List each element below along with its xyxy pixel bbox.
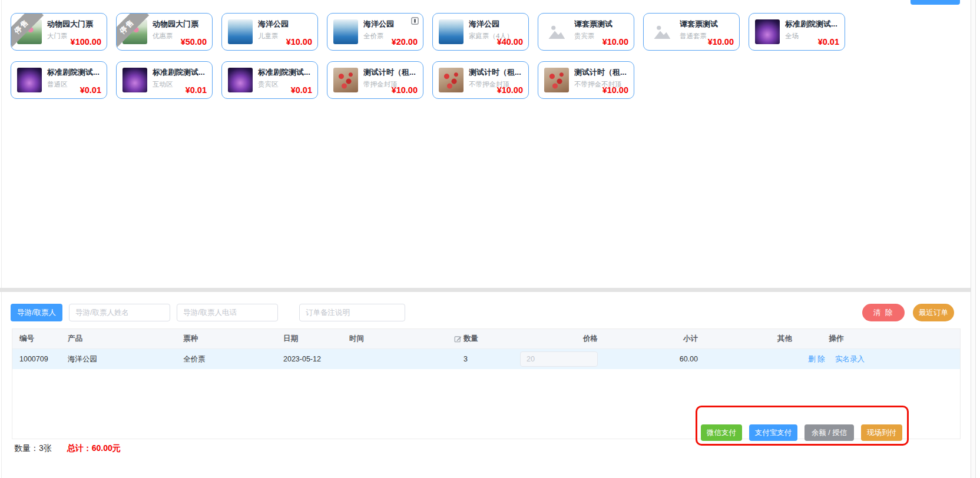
order-remark-input[interactable] <box>299 304 405 321</box>
header-ticket-type: 票种 <box>180 334 280 344</box>
product-name: 动物园大门票 <box>153 19 207 29</box>
product-price: ¥0.01 <box>291 85 312 95</box>
product-name: 标准剧院测试... <box>47 67 102 78</box>
row-date: 2023-05-12 <box>280 355 346 363</box>
summary-quantity-label: 数量： <box>14 443 39 453</box>
product-name: 测试计时（租... <box>363 67 418 78</box>
product-card[interactable]: 标准剧院测试... 全场 ¥0.01 <box>749 13 845 51</box>
scrollbar[interactable] <box>971 0 976 478</box>
product-name: 海洋公园 <box>469 19 524 29</box>
price-input[interactable] <box>520 351 598 367</box>
balance-credit-pay-button[interactable]: 余额 / 授信 <box>804 424 854 441</box>
order-summary: 数量：3张 总计：60.00元 <box>14 443 121 454</box>
product-card[interactable]: 谭套票测试 贵宾票 ¥10.00 <box>538 13 634 51</box>
product-price: ¥10.00 <box>497 85 523 95</box>
page-left-border <box>1 0 2 478</box>
product-name: 测试计时（租... <box>574 67 629 78</box>
product-price: ¥10.00 <box>392 85 418 95</box>
product-thumbnail <box>122 68 147 92</box>
product-thumbnail <box>755 19 780 44</box>
product-thumbnail <box>333 19 358 44</box>
product-card[interactable]: 测试计时（租... 不带押金不封顶 ¥10.00 <box>538 61 634 99</box>
product-card[interactable]: 测试计时（租... 带押金封顶 ¥10.00 <box>327 61 423 99</box>
section-divider <box>0 288 971 292</box>
header-id: 编号 <box>12 334 64 344</box>
top-cutoff-button[interactable] <box>911 0 960 5</box>
product-price: ¥10.00 <box>602 85 628 95</box>
product-price: ¥20.00 <box>392 37 418 47</box>
product-row: 停售 动物园大门票 大门票 ¥100.00 停售 动物园大门票 优惠票 ¥50.… <box>11 13 845 51</box>
header-quantity: 数量 <box>451 334 515 344</box>
header-subtotal: 小计 <box>598 334 698 344</box>
product-name: 海洋公园 <box>363 19 418 29</box>
summary-total-label: 总计： <box>67 443 92 453</box>
product-price: ¥0.01 <box>186 85 207 95</box>
alipay-pay-button[interactable]: 支付宝支付 <box>749 424 797 441</box>
header-other: 其他 <box>698 334 792 344</box>
product-name: 海洋公园 <box>258 19 313 29</box>
product-name: 动物园大门票 <box>47 19 102 29</box>
delete-link[interactable]: 删 除 <box>808 355 825 363</box>
product-grid: 停售 动物园大门票 大门票 ¥100.00 停售 动物园大门票 优惠票 ¥50.… <box>11 13 845 99</box>
product-name: 谭套票测试 <box>574 19 629 29</box>
row-ticket-type: 全价票 <box>180 354 280 364</box>
row-id: 1000709 <box>12 355 64 363</box>
guide-phone-input[interactable] <box>177 304 278 321</box>
summary-quantity-value: 3张 <box>39 443 52 453</box>
product-thumbnail <box>439 19 463 44</box>
header-time: 时间 <box>346 334 451 344</box>
onsite-pay-button[interactable]: 现场到付 <box>861 424 902 441</box>
product-name: 标准剧院测试... <box>258 67 313 78</box>
clear-button[interactable]: 清 除 <box>862 304 905 321</box>
cart-table: 编号 产品 票种 日期 时间 数量 价格 小计 其他 操作 1000709 海洋… <box>12 328 961 439</box>
product-thumbnail <box>333 68 358 92</box>
edit-icon <box>454 335 462 343</box>
header-date: 日期 <box>280 334 346 344</box>
product-card[interactable]: 标准剧院测试... 贵宾区 ¥0.01 <box>221 61 318 99</box>
row-subtotal: 60.00 <box>598 355 698 363</box>
product-name: 测试计时（租... <box>469 67 524 78</box>
product-card[interactable]: 停售 动物园大门票 优惠票 ¥50.00 <box>116 13 213 51</box>
summary-total-value: 60.00元 <box>92 443 121 453</box>
guide-picker-button[interactable]: 导游/取票人 <box>11 304 62 321</box>
placeholder-image-icon <box>650 19 674 44</box>
product-price: ¥0.01 <box>80 85 101 95</box>
product-price: ¥10.00 <box>602 37 628 47</box>
product-thumbnail <box>228 68 253 92</box>
table-row: 1000709 海洋公园 全价票 2023-05-12 3 60.00 删 除 … <box>12 349 960 369</box>
product-card[interactable]: 标准剧院测试... 互动区 ¥0.01 <box>116 61 213 99</box>
product-name: 标准剧院测试... <box>785 19 840 29</box>
product-card[interactable]: 谭套票测试 普通套票 ¥10.00 <box>643 13 740 51</box>
header-product: 产品 <box>64 334 180 344</box>
product-price: ¥40.00 <box>497 37 523 47</box>
guide-name-input[interactable] <box>69 304 170 321</box>
product-card[interactable]: 标准剧院测试... 普通区 ¥0.01 <box>11 61 107 99</box>
realname-entry-link[interactable]: 实名录入 <box>835 355 865 363</box>
product-thumbnail <box>439 68 463 92</box>
id-card-icon <box>411 17 419 25</box>
product-row: 标准剧院测试... 普通区 ¥0.01 标准剧院测试... 互动区 ¥0.01 … <box>11 61 845 99</box>
product-card[interactable]: 海洋公园 儿童票 ¥10.00 <box>221 13 318 51</box>
row-quantity: 3 <box>451 355 515 363</box>
product-price: ¥10.00 <box>708 37 734 47</box>
product-price: ¥50.00 <box>181 37 207 47</box>
header-price: 价格 <box>515 334 598 344</box>
wechat-pay-button[interactable]: 微信支付 <box>701 424 742 441</box>
product-name: 标准剧院测试... <box>153 67 207 78</box>
product-thumbnail <box>17 68 42 92</box>
product-price: ¥100.00 <box>71 37 101 47</box>
product-card[interactable]: 测试计时（租... 不带押金封顶 ¥10.00 <box>432 61 529 99</box>
row-product: 海洋公园 <box>64 354 180 364</box>
header-actions: 操作 <box>792 334 880 344</box>
placeholder-image-icon <box>544 19 569 44</box>
product-thumbnail <box>544 68 569 92</box>
recent-orders-button[interactable]: 最近订单 <box>913 304 954 321</box>
product-name: 谭套票测试 <box>680 19 734 29</box>
product-card[interactable]: 海洋公园 家庭票（4人） ¥40.00 <box>432 13 529 51</box>
table-header-row: 编号 产品 票种 日期 时间 数量 价格 小计 其他 操作 <box>12 329 960 349</box>
header-quantity-label: 数量 <box>463 334 478 344</box>
product-card[interactable]: 海洋公园 全价票 ¥20.00 <box>327 13 423 51</box>
product-card[interactable]: 停售 动物园大门票 大门票 ¥100.00 <box>11 13 107 51</box>
product-price: ¥10.00 <box>286 37 312 47</box>
product-thumbnail <box>228 19 253 44</box>
